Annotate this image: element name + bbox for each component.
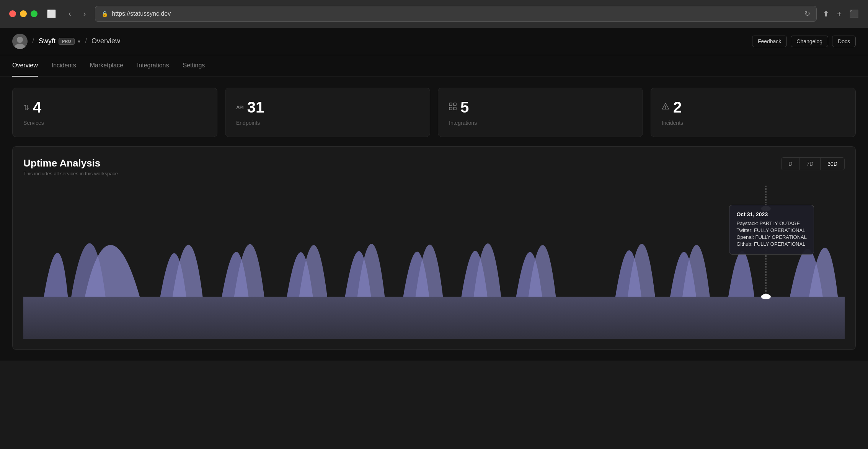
incidents-count: 2 xyxy=(673,99,682,116)
stat-header-incidents: 2 xyxy=(662,99,845,116)
app-header: / Swyft PRO ▾ / Overview Feedback Change… xyxy=(0,28,868,55)
refresh-button[interactable]: ↻ xyxy=(804,10,810,18)
back-button[interactable]: ‹ xyxy=(65,8,74,20)
forward-button[interactable]: › xyxy=(80,8,89,20)
breadcrumb-separator: / xyxy=(32,37,34,45)
breadcrumb-page: Overview xyxy=(91,37,120,45)
svg-rect-9 xyxy=(23,297,845,339)
integrations-count: 5 xyxy=(460,99,469,116)
svg-point-8 xyxy=(665,108,666,109)
tab-settings[interactable]: Settings xyxy=(183,55,205,77)
tab-icon[interactable]: ⬜ xyxy=(44,8,59,20)
integrations-icon xyxy=(449,103,457,112)
maximize-button[interactable] xyxy=(31,10,38,17)
stat-card-services: ⇅ 4 Services xyxy=(12,88,217,137)
workspace-name[interactable]: Swyft PRO ▾ xyxy=(39,37,80,45)
chart-container: Oct 31, 2023 Paystack: PARTLY OUTAGE Twi… xyxy=(23,186,845,339)
breadcrumb-separator-2: / xyxy=(85,37,87,45)
stat-header-integrations: 5 xyxy=(449,99,632,116)
tab-incidents[interactable]: Incidents xyxy=(52,55,76,77)
stat-card-endpoints: API 31 Endpoints xyxy=(225,88,430,137)
workspace-label: Swyft xyxy=(39,37,55,45)
address-bar[interactable]: 🔒 https://statussync.dev ↻ xyxy=(95,6,817,22)
filter-d[interactable]: D xyxy=(782,158,799,170)
uptime-card: Uptime Analysis This includes all servic… xyxy=(12,146,856,350)
browser-actions: ⬆ ＋ ⬛ xyxy=(823,8,859,19)
time-filters: D 7D 30D xyxy=(781,157,845,170)
services-count: 4 xyxy=(33,99,41,116)
incidents-icon xyxy=(662,103,669,112)
header-actions: Feedback Changelog Docs xyxy=(752,36,856,47)
minimize-button[interactable] xyxy=(20,10,27,17)
url-text: https://statussync.dev xyxy=(112,10,798,17)
lock-icon: 🔒 xyxy=(101,11,108,17)
svg-rect-3 xyxy=(449,103,452,106)
breadcrumb: / Swyft PRO ▾ / Overview xyxy=(12,34,752,49)
pro-badge: PRO xyxy=(59,38,75,45)
docs-button[interactable]: Docs xyxy=(832,36,856,47)
endpoints-label: Endpoints xyxy=(236,120,419,126)
uptime-header: Uptime Analysis This includes all servic… xyxy=(23,157,845,176)
tab-marketplace[interactable]: Marketplace xyxy=(90,55,123,77)
new-tab-icon[interactable]: ＋ xyxy=(835,8,843,19)
svg-point-11 xyxy=(762,206,770,211)
feedback-button[interactable]: Feedback xyxy=(752,36,787,47)
browser-chrome: ⬜ ‹ › 🔒 https://statussync.dev ↻ ⬆ ＋ ⬛ xyxy=(0,0,868,28)
services-label: Services xyxy=(23,120,206,126)
nav-tabs: Overview Incidents Marketplace Integrati… xyxy=(0,55,868,77)
incidents-label: Incidents xyxy=(662,120,845,126)
svg-rect-4 xyxy=(454,103,456,106)
main-content: ⇅ 4 Services API 31 Endpoints xyxy=(0,77,868,361)
svg-rect-5 xyxy=(449,107,452,110)
endpoints-count: 31 xyxy=(247,99,264,116)
stat-card-integrations: 5 Integrations xyxy=(438,88,643,137)
changelog-button[interactable]: Changelog xyxy=(791,36,828,47)
integrations-label: Integrations xyxy=(449,120,632,126)
filter-7d[interactable]: 7D xyxy=(799,158,821,170)
api-icon: API xyxy=(236,104,243,110)
tab-integrations[interactable]: Integrations xyxy=(137,55,169,77)
svg-point-1 xyxy=(17,37,23,43)
traffic-lights xyxy=(9,10,38,17)
uptime-title: Uptime Analysis xyxy=(23,157,118,169)
uptime-subtitle: This includes all services in this works… xyxy=(23,171,118,176)
svg-point-12 xyxy=(762,294,770,299)
chevron-down-icon: ▾ xyxy=(78,38,80,44)
stat-header-services: ⇅ 4 xyxy=(23,99,206,116)
services-icon: ⇅ xyxy=(23,103,29,112)
svg-rect-6 xyxy=(454,107,456,110)
tab-overview[interactable]: Overview xyxy=(12,55,38,77)
filter-30d[interactable]: 30D xyxy=(821,158,844,170)
stats-grid: ⇅ 4 Services API 31 Endpoints xyxy=(12,88,856,137)
stat-card-incidents: 2 Incidents xyxy=(651,88,856,137)
sidebar-icon[interactable]: ⬛ xyxy=(849,9,859,18)
stat-header-endpoints: API 31 xyxy=(236,99,419,116)
close-button[interactable] xyxy=(9,10,16,17)
uptime-chart xyxy=(23,186,845,339)
avatar xyxy=(12,34,28,49)
share-icon[interactable]: ⬆ xyxy=(823,9,829,18)
